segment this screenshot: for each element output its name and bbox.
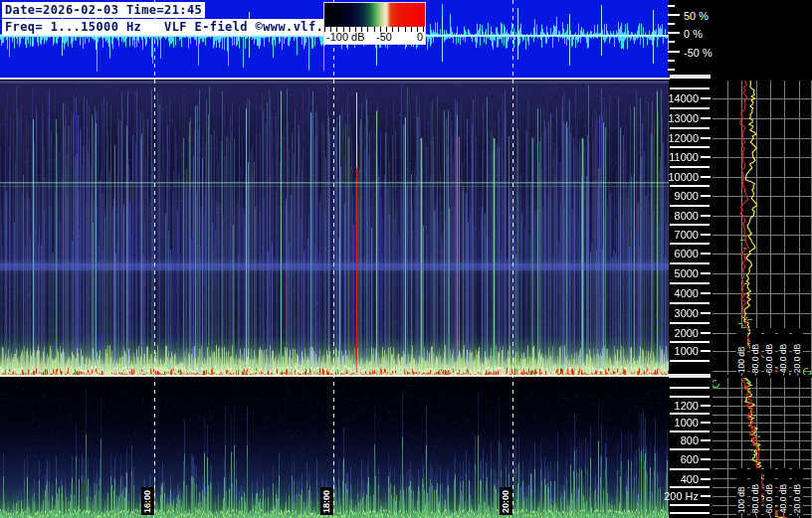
freq-axis-major-tick xyxy=(701,478,710,480)
freq-axis-major-tick xyxy=(701,97,710,99)
freq-axis-label: 4000 xyxy=(663,287,699,298)
time-axis-label: 20:00 xyxy=(500,487,512,515)
right-axis-mid-separator xyxy=(669,374,710,378)
freq-axis-major-tick xyxy=(701,405,710,407)
percent-axis-label: 50 % xyxy=(684,10,729,21)
freq-axis-label: 6000 xyxy=(663,248,699,259)
freq-axis-minor-tick xyxy=(670,107,710,109)
freq-axis-major-tick xyxy=(701,234,710,236)
waveform-spectrogram-separator xyxy=(0,78,670,80)
time-gridline xyxy=(512,0,513,516)
freq-axis-label: 400 xyxy=(663,473,699,484)
freq-axis-major-tick xyxy=(701,439,710,441)
colorbar-max-label: 0 xyxy=(417,31,423,43)
main-spectrogram-canvas xyxy=(0,81,669,375)
freq-axis-major-tick xyxy=(701,292,710,294)
percent-axis-tick xyxy=(668,14,680,16)
freq-axis-minor-tick xyxy=(670,224,710,226)
time-gridline xyxy=(333,0,334,516)
freq-axis-minor-tick xyxy=(670,262,710,264)
freq-axis-minor-tick xyxy=(670,360,710,362)
header-date-time: Date=2026-02-03 Time=21:45 xyxy=(2,2,205,18)
freq-axis-major-tick xyxy=(701,176,710,178)
percent-axis-label: -50 % xyxy=(684,47,729,58)
freq-axis-minor-tick xyxy=(670,282,710,284)
freq-axis-label: 11000 xyxy=(663,151,699,162)
freq-axis-major-tick xyxy=(701,253,710,255)
freq-axis-label: 600 xyxy=(663,453,699,464)
freq-axis-minor-tick xyxy=(670,387,710,389)
header-info: Date=2026-02-03 Time=21:45 Freq= 1...150… xyxy=(2,2,341,36)
freq-axis-minor-tick xyxy=(670,448,710,450)
freq-axis-label: 1000 xyxy=(663,417,699,428)
freq-axis-minor-tick xyxy=(670,486,710,488)
db-axis-label: -100 dB xyxy=(736,328,747,376)
freq-axis-major-tick xyxy=(701,156,710,158)
freq-axis-minor-tick xyxy=(670,185,710,187)
freq-axis-minor-tick xyxy=(670,341,710,343)
header-freq-source: Freq= 1...15000 Hz VLF E-field ©www.vlf.… xyxy=(2,19,341,35)
freq-axis-major-tick xyxy=(701,137,710,139)
time-axis-label: 16:00 xyxy=(141,487,154,515)
colorbar-scale: -100 dB -50 0 xyxy=(324,27,425,44)
db-axis-label: -40.0 dB xyxy=(778,468,789,516)
freq-axis-minor-tick xyxy=(670,322,710,324)
vlf-monitor-window: Date=2026-02-03 Time=21:45 Freq= 1...150… xyxy=(0,0,812,518)
colorbar-legend: -100 dB -50 0 xyxy=(323,2,426,45)
freq-axis-label: 2000 xyxy=(663,327,699,338)
freq-axis-label: 1000 xyxy=(663,345,699,356)
freq-axis-major-tick xyxy=(701,117,710,119)
percent-axis-minor-tick xyxy=(668,5,675,7)
freq-axis-label: 9000 xyxy=(663,190,699,201)
percent-axis-minor-tick xyxy=(668,69,675,71)
freq-axis-label: 5000 xyxy=(663,267,699,278)
percent-axis-tick xyxy=(668,32,680,34)
freq-axis-label: 3000 xyxy=(663,307,699,318)
low-band-spectrogram-canvas xyxy=(0,378,669,518)
freq-axis-label: 13000 xyxy=(663,112,699,123)
freq-axis-major-tick xyxy=(701,458,710,460)
freq-axis-major-tick xyxy=(701,350,710,352)
freq-axis-minor-tick xyxy=(670,431,710,432)
freq-axis-minor-tick xyxy=(670,512,710,514)
freq-axis-label: 14000 xyxy=(663,92,699,103)
freq-axis-minor-tick xyxy=(670,127,710,129)
db-axis-label: -100 dB xyxy=(736,468,747,516)
freq-axis-label: 800 xyxy=(663,434,699,445)
time-gridline xyxy=(154,0,155,516)
db-axis-label: -80.0 dB xyxy=(750,328,761,376)
colorbar-gradient xyxy=(324,3,425,27)
db-axis-label: -60.0 dB xyxy=(764,468,775,516)
freq-axis-label: 8000 xyxy=(663,210,699,221)
freq-axis-minor-tick xyxy=(670,504,710,506)
freq-axis-minor-tick xyxy=(670,205,710,207)
freq-axis-label: 10000 xyxy=(663,171,699,182)
time-axis-label: 18:00 xyxy=(320,487,333,515)
percent-axis-minor-tick xyxy=(668,41,675,43)
freq-axis-major-tick xyxy=(701,272,710,274)
percent-axis-minor-tick xyxy=(668,23,675,25)
freq-axis-label: 200 Hz xyxy=(663,490,699,501)
freq-axis-minor-tick xyxy=(670,468,710,470)
freq-axis-label: 12000 xyxy=(663,132,699,143)
freq-axis-label: 7000 xyxy=(663,229,699,240)
db-axis-label: -40.0 dB xyxy=(778,328,789,376)
freq-axis-major-tick xyxy=(701,215,710,217)
percent-axis-label: 0 % xyxy=(684,28,729,39)
colorbar-min-label: -100 dB xyxy=(326,31,365,43)
percent-axis-tick xyxy=(668,51,680,53)
freq-axis-minor-tick xyxy=(670,243,710,245)
right-axis-top-separator xyxy=(670,75,710,79)
freq-axis-major-tick xyxy=(701,312,710,314)
freq-axis-minor-tick xyxy=(670,413,710,415)
freq-axis-major-tick xyxy=(701,495,710,497)
freq-axis-major-tick xyxy=(701,332,710,334)
freq-axis-label: 1200 xyxy=(663,400,699,411)
freq-axis-minor-tick xyxy=(670,302,710,304)
freq-axis-minor-tick xyxy=(670,146,710,148)
colorbar-mid-label: -50 xyxy=(376,31,392,43)
freq-axis-major-tick xyxy=(701,422,710,424)
db-axis-label: -20.0 dB xyxy=(792,468,803,516)
db-axis-label: -60.0 dB xyxy=(764,328,775,376)
db-axis-label: -20.0 dB xyxy=(792,328,803,376)
